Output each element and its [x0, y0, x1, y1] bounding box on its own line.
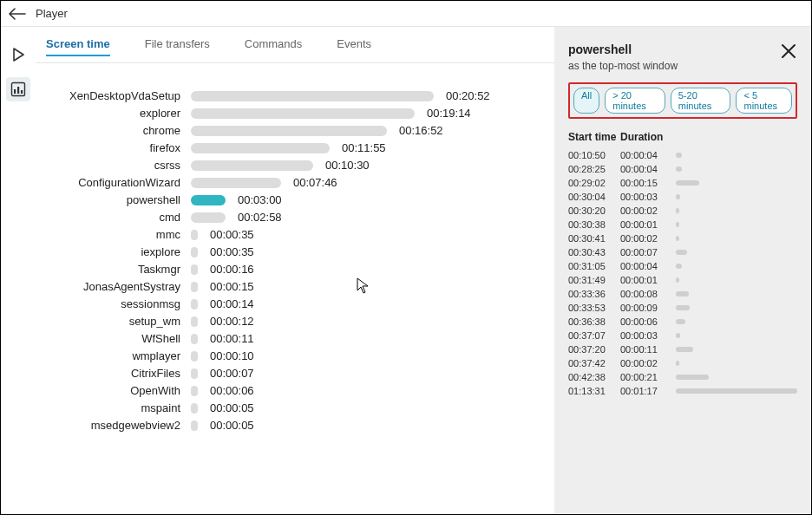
- session-duration: 00:00:11: [620, 344, 676, 355]
- chart-scroll[interactable]: XenDesktopVdaSetup00:20:52explorer00:19:…: [36, 63, 554, 505]
- back-button[interactable]: [8, 4, 27, 23]
- session-row[interactable]: 00:42:3800:00:21: [568, 370, 797, 384]
- session-duration: 00:00:15: [620, 178, 676, 188]
- detail-panel: powershell as the top-most window All > …: [554, 27, 811, 514]
- app-label: wmplayer: [39, 349, 191, 362]
- filter-gt20[interactable]: > 20 minutes: [605, 88, 665, 114]
- session-duration: 00:00:04: [620, 261, 676, 271]
- app-bar: [191, 299, 198, 310]
- session-bar: [676, 347, 693, 352]
- session-row[interactable]: 00:10:5000:00:04: [568, 148, 797, 162]
- play-button[interactable]: [6, 42, 30, 67]
- app-bar: [191, 91, 434, 101]
- session-bar: [676, 388, 797, 394]
- app-row[interactable]: chrome00:16:52: [39, 124, 537, 137]
- session-start: 00:30:04: [568, 192, 620, 202]
- app-duration: 00:00:05: [210, 419, 254, 432]
- session-row[interactable]: 00:36:3800:00:06: [568, 315, 797, 329]
- session-row[interactable]: 00:30:3800:00:01: [568, 218, 797, 231]
- app-duration: 00:10:30: [325, 159, 370, 172]
- app-row[interactable]: powershell00:03:00: [39, 193, 537, 206]
- session-row[interactable]: 00:33:5300:00:09: [568, 301, 797, 315]
- app-label: iexplore: [39, 245, 191, 258]
- app-bar: [191, 420, 198, 431]
- app-row[interactable]: OpenWith00:00:06: [39, 384, 537, 397]
- app-row[interactable]: JonasAgentSystray00:00:15: [39, 280, 537, 293]
- session-row[interactable]: 00:37:2000:00:11: [568, 342, 797, 356]
- app-row[interactable]: ConfigurationWizard00:07:46: [39, 176, 537, 189]
- app-row[interactable]: wmplayer00:00:10: [39, 349, 537, 362]
- app-row[interactable]: mspaint00:00:05: [39, 401, 537, 414]
- session-start: 00:30:43: [568, 247, 620, 258]
- app-duration: 00:02:58: [238, 211, 282, 224]
- session-duration: 00:00:04: [620, 150, 676, 160]
- session-row[interactable]: 00:30:0400:00:03: [568, 190, 797, 204]
- app-row[interactable]: sessionmsg00:00:14: [39, 297, 537, 310]
- app-duration: 00:19:14: [427, 107, 471, 120]
- app-row[interactable]: WfShell00:00:11: [39, 332, 537, 345]
- app-label: mmc: [39, 228, 191, 241]
- tab-commands[interactable]: Commands: [245, 37, 302, 55]
- session-bar: [676, 375, 709, 380]
- app-row[interactable]: cmd00:02:58: [39, 211, 537, 224]
- app-row[interactable]: csrss00:10:30: [39, 159, 537, 172]
- tab-events[interactable]: Events: [337, 37, 371, 55]
- session-duration: 00:00:02: [620, 205, 676, 216]
- detail-table[interactable]: 00:10:5000:00:0400:28:2500:00:0400:29:02…: [568, 148, 797, 505]
- session-row[interactable]: 01:13:3100:01:17: [568, 384, 797, 398]
- app-label: sessionmsg: [39, 297, 191, 310]
- detail-table-header: Start time Duration: [568, 131, 797, 143]
- left-toolbar: [1, 27, 36, 514]
- app-row[interactable]: mmc00:00:35: [39, 228, 537, 241]
- app-label: firefox: [39, 141, 191, 154]
- app-label: OpenWith: [39, 384, 191, 397]
- session-duration: 00:00:07: [620, 247, 676, 258]
- session-start: 00:28:25: [568, 164, 620, 174]
- session-row[interactable]: 00:33:3600:00:08: [568, 287, 797, 301]
- app-duration: 00:00:12: [210, 315, 254, 328]
- session-duration: 00:00:02: [620, 233, 676, 244]
- app-row[interactable]: firefox00:11:55: [39, 141, 537, 154]
- filter-5-20[interactable]: 5-20 minutes: [671, 88, 731, 114]
- session-row[interactable]: 00:31:0500:00:04: [568, 259, 797, 273]
- app-label: ConfigurationWizard: [39, 176, 191, 189]
- app-row[interactable]: setup_wm00:00:12: [39, 315, 537, 328]
- session-duration: 00:00:21: [620, 372, 676, 382]
- session-row[interactable]: 00:28:2500:00:04: [568, 162, 797, 176]
- session-duration: 00:00:02: [620, 358, 676, 368]
- app-duration: 00:11:55: [342, 141, 386, 154]
- app-duration: 00:07:46: [293, 176, 337, 189]
- session-row[interactable]: 00:30:4100:00:02: [568, 231, 797, 245]
- app-row[interactable]: CitrixFiles00:00:07: [39, 367, 537, 380]
- app-row[interactable]: Taskmgr00:00:16: [39, 263, 537, 276]
- session-duration: 00:00:09: [620, 303, 676, 313]
- session-row[interactable]: 00:30:2000:00:02: [568, 204, 797, 218]
- app-duration: 00:03:00: [238, 193, 282, 206]
- app-duration: 00:00:35: [210, 228, 254, 241]
- app-label: setup_wm: [39, 315, 191, 328]
- svg-rect-1: [14, 89, 16, 94]
- tab-screen-time[interactable]: Screen time: [46, 37, 110, 55]
- session-bar: [676, 264, 682, 269]
- session-row[interactable]: 00:37:4200:00:02: [568, 356, 797, 370]
- app-label: cmd: [39, 211, 191, 224]
- app-row[interactable]: explorer00:19:14: [39, 107, 537, 120]
- session-row[interactable]: 00:30:4300:00:07: [568, 245, 797, 259]
- app-bar: [191, 108, 415, 119]
- filter-all[interactable]: All: [573, 88, 599, 114]
- filter-lt5[interactable]: < 5 minutes: [736, 88, 792, 114]
- session-row[interactable]: 00:29:0200:00:15: [568, 176, 797, 190]
- app-row[interactable]: XenDesktopVdaSetup00:20:52: [39, 89, 537, 102]
- session-duration: 00:00:03: [620, 192, 676, 202]
- close-button[interactable]: [780, 42, 797, 63]
- session-row[interactable]: 00:31:4900:00:01: [568, 273, 797, 287]
- session-start: 00:33:53: [568, 303, 620, 313]
- stats-button[interactable]: [6, 77, 30, 101]
- tab-file-transfers[interactable]: File transfers: [145, 37, 210, 55]
- app-bar: [191, 212, 226, 223]
- app-row[interactable]: msedgewebview200:00:05: [39, 419, 537, 432]
- session-start: 00:37:42: [568, 358, 620, 368]
- session-start: 00:37:07: [568, 330, 620, 341]
- app-row[interactable]: iexplore00:00:35: [39, 245, 537, 258]
- session-row[interactable]: 00:37:0700:00:03: [568, 329, 797, 342]
